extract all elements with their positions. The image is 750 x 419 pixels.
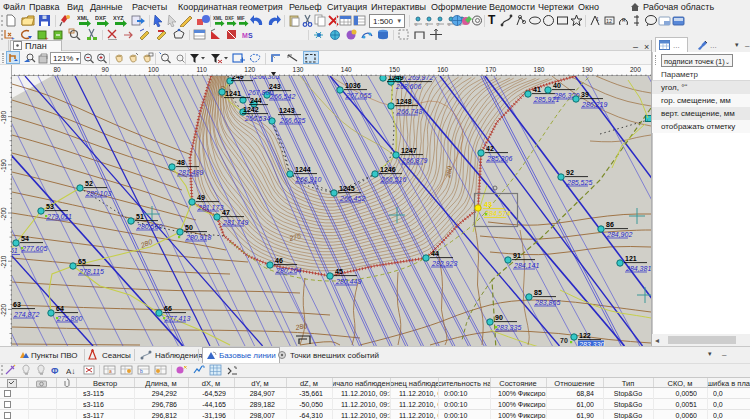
svg-text:266,625: 266,625 bbox=[279, 117, 305, 124]
svg-text:266,534: 266,534 bbox=[244, 115, 270, 122]
svg-text:1245: 1245 bbox=[339, 185, 355, 192]
svg-text:47: 47 bbox=[222, 209, 230, 216]
svg-text:A↓: A↓ bbox=[66, 367, 75, 376]
svg-text:283,335: 283,335 bbox=[495, 324, 521, 331]
svg-text:64: 64 bbox=[56, 305, 64, 312]
svg-text:91: 91 bbox=[513, 252, 521, 259]
svg-text:285,306: 285,306 bbox=[486, 155, 512, 162]
svg-text:51: 51 bbox=[136, 213, 144, 220]
svg-text:280,560: 280,560 bbox=[136, 223, 162, 230]
svg-text:281,489: 281,489 bbox=[177, 169, 203, 176]
svg-text:44: 44 bbox=[431, 250, 439, 257]
svg-text:-220: -220 bbox=[0, 303, 7, 316]
svg-text:266,542: 266,542 bbox=[269, 93, 295, 100]
svg-text:121: 121 bbox=[625, 255, 637, 262]
svg-text:275,800: 275,800 bbox=[56, 315, 82, 322]
svg-text:a: a bbox=[109, 368, 112, 374]
svg-text:65: 65 bbox=[78, 258, 86, 265]
svg-text:1249: 1249 bbox=[388, 76, 404, 81]
svg-text:280,264: 280,264 bbox=[275, 267, 301, 274]
svg-text:283,865: 283,865 bbox=[534, 299, 560, 306]
svg-text:282,923: 282,923 bbox=[431, 260, 457, 267]
svg-text:160: 160 bbox=[437, 66, 448, 73]
svg-text:-210: -210 bbox=[0, 255, 7, 268]
svg-text:39: 39 bbox=[581, 91, 589, 98]
svg-text:251: 251 bbox=[12, 247, 18, 254]
svg-text:40: 40 bbox=[553, 82, 561, 89]
svg-text:200: 200 bbox=[630, 66, 641, 73]
svg-text:92: 92 bbox=[566, 169, 574, 176]
svg-text:279,011: 279,011 bbox=[46, 213, 72, 220]
svg-text:1246: 1246 bbox=[380, 166, 396, 173]
svg-text:286,219: 286,219 bbox=[581, 101, 607, 108]
svg-text:284,381: 284,381 bbox=[625, 265, 651, 272]
svg-text:49: 49 bbox=[197, 194, 205, 201]
svg-text:-200: -200 bbox=[0, 207, 7, 220]
svg-text:284,141: 284,141 bbox=[513, 262, 539, 269]
svg-text:1243: 1243 bbox=[279, 107, 295, 114]
svg-text:122: 122 bbox=[579, 332, 591, 339]
svg-text:284,574: 284,574 bbox=[484, 210, 510, 217]
svg-text:1248: 1248 bbox=[396, 98, 412, 105]
svg-text:249: 249 bbox=[232, 76, 244, 80]
svg-text:278,115: 278,115 bbox=[78, 268, 104, 275]
svg-text:63: 63 bbox=[13, 301, 21, 308]
svg-text:170: 170 bbox=[485, 66, 496, 73]
svg-text:52: 52 bbox=[85, 180, 93, 187]
svg-text:50: 50 bbox=[185, 224, 193, 231]
svg-text:b: b bbox=[140, 368, 143, 374]
svg-text:277,413: 277,413 bbox=[164, 315, 190, 322]
svg-text:130: 130 bbox=[293, 66, 304, 73]
svg-text:85: 85 bbox=[534, 289, 542, 296]
svg-text:285,525: 285,525 bbox=[566, 179, 592, 186]
svg-text:268,606: 268,606 bbox=[395, 83, 421, 90]
svg-text:66: 66 bbox=[164, 305, 172, 312]
svg-text:281,173: 281,173 bbox=[197, 204, 223, 211]
svg-text:1247: 1247 bbox=[401, 147, 417, 154]
svg-text:80: 80 bbox=[53, 66, 61, 73]
svg-text:280,103: 280,103 bbox=[85, 190, 111, 197]
svg-text:86: 86 bbox=[606, 221, 614, 228]
svg-text:244: 244 bbox=[250, 97, 262, 104]
svg-text:266,910: 266,910 bbox=[295, 176, 321, 183]
svg-text:45: 45 bbox=[335, 268, 343, 275]
svg-text:266,743: 266,743 bbox=[396, 108, 422, 115]
svg-text:42: 42 bbox=[486, 145, 494, 152]
svg-text:266,305: 266,305 bbox=[253, 76, 279, 80]
svg-text:269,972: 269,972 bbox=[407, 76, 433, 81]
svg-text:43: 43 bbox=[484, 201, 492, 208]
svg-text:266,452: 266,452 bbox=[339, 195, 365, 202]
svg-text:1036: 1036 bbox=[345, 82, 361, 89]
svg-text:70: 70 bbox=[560, 337, 568, 344]
svg-text:280,918: 280,918 bbox=[185, 234, 211, 241]
svg-text:48: 48 bbox=[177, 159, 185, 166]
svg-text:90: 90 bbox=[102, 66, 110, 73]
svg-text:280,449: 280,449 bbox=[335, 278, 361, 285]
svg-text:46: 46 bbox=[275, 257, 283, 264]
svg-text:266,516: 266,516 bbox=[380, 176, 406, 183]
svg-text:120: 120 bbox=[244, 66, 255, 73]
svg-text:Φ: Φ bbox=[51, 366, 59, 376]
svg-text:274,872: 274,872 bbox=[13, 311, 39, 318]
svg-text:140: 140 bbox=[341, 66, 352, 73]
svg-text:267,055: 267,055 bbox=[345, 92, 371, 99]
svg-text:-180: -180 bbox=[0, 111, 7, 124]
svg-text:284,902: 284,902 bbox=[606, 231, 632, 238]
svg-text:110: 110 bbox=[196, 66, 207, 73]
svg-text:180: 180 bbox=[534, 66, 545, 73]
svg-text:90: 90 bbox=[495, 314, 503, 321]
svg-text:266,879: 266,879 bbox=[401, 157, 427, 164]
svg-text:41: 41 bbox=[533, 86, 541, 93]
svg-text:1242: 1242 bbox=[243, 106, 259, 113]
svg-text:1241: 1241 bbox=[225, 89, 241, 98]
svg-text:277,605: 277,605 bbox=[21, 245, 47, 252]
svg-text:281,749: 281,749 bbox=[222, 219, 248, 226]
svg-text:54: 54 bbox=[21, 235, 29, 242]
svg-text:-190: -190 bbox=[0, 159, 7, 172]
svg-text:150: 150 bbox=[389, 66, 400, 73]
svg-text:53: 53 bbox=[46, 203, 54, 210]
svg-text:1244: 1244 bbox=[295, 166, 311, 173]
svg-text:243: 243 bbox=[269, 83, 281, 90]
svg-text:190: 190 bbox=[582, 66, 593, 73]
svg-text:100: 100 bbox=[148, 66, 159, 73]
